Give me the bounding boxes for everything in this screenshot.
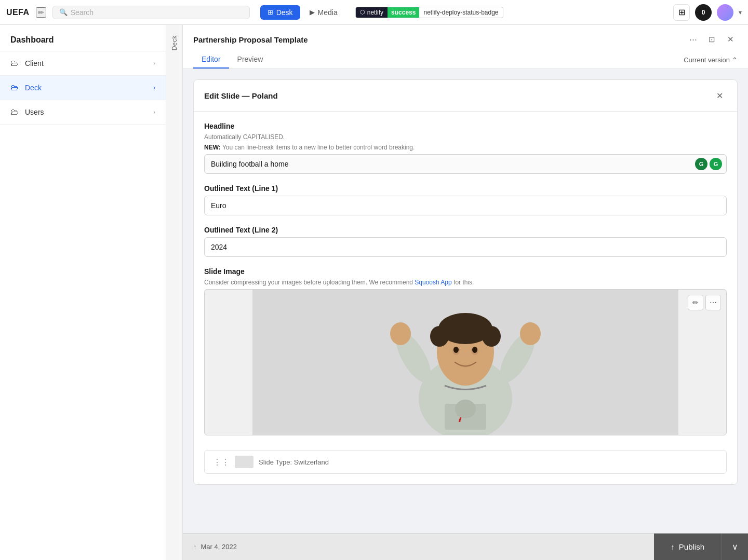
headline-hint2-text: You can line-break items to a new line t…: [221, 144, 415, 151]
svg-point-13: [453, 347, 459, 353]
outlined-line1-field-group: Outlined Text (Line 1): [204, 184, 727, 215]
outlined-line1-label: Outlined Text (Line 1): [204, 184, 727, 193]
sidebar-users-label: Users: [25, 108, 147, 116]
publish-chevron-icon: ∨: [732, 542, 738, 552]
content-header: Partnership Proposal Template ⋯ ⊡ ✕ Edit…: [183, 25, 748, 69]
image-hint-text: Consider compressing your images before …: [204, 279, 415, 286]
users-chevron-icon: ›: [153, 108, 155, 116]
slide-thumbnail: [235, 456, 253, 468]
netlify-logo-section: ⬡ netlify: [356, 7, 388, 18]
deck-side-panel: Deck: [166, 25, 183, 560]
publish-button[interactable]: ↑ Publish: [654, 534, 721, 561]
deck-side-label-text: Deck: [171, 35, 178, 50]
slide-image-label: Slide Image: [204, 267, 727, 276]
main-layout: Dashboard 🗁 Client › 🗁 Deck › 🗁 Users › …: [0, 25, 748, 560]
edit-icon[interactable]: ✏: [36, 7, 46, 18]
tab-desk[interactable]: ⊞ Desk: [260, 5, 300, 20]
svg-point-10: [520, 322, 541, 345]
search-placeholder: Search: [71, 8, 94, 17]
tab-preview-label: Preview: [237, 55, 263, 63]
content-area: Partnership Proposal Template ⋯ ⊡ ✕ Edit…: [183, 25, 748, 560]
outlined-line1-input[interactable]: [204, 196, 727, 215]
search-icon: 🔍: [59, 8, 68, 16]
tab-editor-label: Editor: [202, 55, 221, 63]
content-header-top: Partnership Proposal Template ⋯ ⊡ ✕: [193, 25, 738, 47]
player-image: 7: [205, 290, 726, 435]
content-scroll: Edit Slide — Poland ✕ Headline Automatic…: [183, 69, 748, 533]
sidebar: Dashboard 🗁 Client › 🗁 Deck › 🗁 Users ›: [0, 25, 166, 560]
tab-media[interactable]: ▶ Media: [302, 5, 345, 20]
edit-slide-title: Edit Slide — Poland: [204, 91, 278, 100]
headline-hint2: NEW: You can line-break items to a new l…: [204, 144, 727, 151]
slide-image-field-group: Slide Image Consider compressing your im…: [204, 267, 727, 435]
close-icon[interactable]: ✕: [723, 32, 738, 47]
header-icons: ⋯ ⊡ ✕: [686, 32, 738, 47]
layout-icon[interactable]: ⊡: [704, 32, 719, 47]
deck-chevron-icon: ›: [153, 84, 155, 91]
svg-point-14: [472, 347, 477, 353]
page-title: Partnership Proposal Template: [193, 35, 679, 44]
grammarly-icon-2[interactable]: G: [710, 158, 722, 170]
publish-date-icon: ↑: [193, 543, 197, 551]
sidebar-item-client[interactable]: 🗁 Client ›: [0, 51, 166, 76]
svg-point-5: [430, 326, 449, 347]
desk-icon: ⊞: [268, 8, 273, 16]
headline-hint2-prefix: NEW:: [204, 144, 221, 151]
content-tabs: Editor Preview Current version ⌃: [193, 47, 738, 69]
publish-chevron-button[interactable]: ∨: [721, 534, 748, 561]
tab-desk-label: Desk: [276, 8, 293, 17]
headline-field-group: Headline Automatically CAPITALISED. NEW:…: [204, 122, 727, 174]
image-edit-button[interactable]: ✏: [688, 295, 703, 310]
slide-image-container: ✏ ⋯: [204, 289, 727, 435]
publish-date-text: Mar 4, 2022: [201, 543, 237, 551]
tab-preview[interactable]: Preview: [229, 51, 272, 69]
slide-image-hint: Consider compressing your images before …: [204, 279, 727, 286]
tab-editor[interactable]: Editor: [193, 51, 229, 69]
sidebar-item-users[interactable]: 🗁 Users ›: [0, 100, 166, 125]
svg-point-6: [482, 326, 501, 347]
publish-bar: ↑ Mar 4, 2022 ↑ Publish ∨: [183, 533, 748, 560]
app-logo: UEFA: [6, 8, 30, 17]
search-bar[interactable]: 🔍 Search: [52, 6, 250, 19]
sidebar-client-label: Client: [25, 59, 147, 67]
grammarly-icons: G G: [695, 158, 722, 170]
netlify-badge-text: netlify-deploy-status-badge: [419, 7, 502, 18]
image-action-buttons: ✏ ⋯: [688, 295, 721, 310]
user-avatar[interactable]: [717, 4, 733, 21]
publish-date-section: ↑ Mar 4, 2022: [183, 543, 654, 551]
outlined-line2-field-group: Outlined Text (Line 2): [204, 226, 727, 257]
more-options-icon[interactable]: ⋯: [686, 32, 700, 47]
client-chevron-icon: ›: [153, 60, 155, 67]
media-icon: ▶: [310, 8, 315, 16]
drag-handle-icon[interactable]: ⋮⋮: [213, 457, 230, 467]
tab-media-label: Media: [318, 8, 338, 17]
headline-hint1: Automatically CAPITALISED.: [204, 133, 727, 141]
grammarly-icon-1[interactable]: G: [695, 158, 707, 170]
apps-icon[interactable]: ⊞: [673, 4, 690, 21]
notification-badge[interactable]: 0: [695, 4, 712, 21]
edit-slide-close-button[interactable]: ✕: [712, 88, 727, 103]
outlined-line2-label: Outlined Text (Line 2): [204, 226, 727, 234]
headline-input[interactable]: [205, 155, 726, 173]
publish-label: Publish: [679, 542, 704, 551]
version-text: Current version: [684, 56, 730, 64]
slide-type-bar: ⋮⋮ Slide Type: Switzerland: [204, 450, 727, 474]
version-selector[interactable]: Current version ⌃: [684, 51, 738, 69]
squoosh-link[interactable]: Squoosh App: [415, 279, 451, 286]
outlined-line2-input[interactable]: [204, 237, 727, 257]
headline-input-wrapper: G G: [204, 154, 727, 174]
user-chevron-icon[interactable]: ▾: [739, 9, 742, 16]
nav-tabs: ⊞ Desk ▶ Media: [260, 5, 345, 20]
image-more-button[interactable]: ⋯: [705, 295, 721, 310]
sidebar-title: Dashboard: [0, 25, 166, 51]
sidebar-deck-label: Deck: [25, 84, 147, 92]
top-navigation: UEFA ✏ 🔍 Search ⊞ Desk ▶ Media ⬡ netlify…: [0, 0, 748, 25]
slide-type-text: Slide Type: Switzerland: [259, 458, 329, 466]
version-chevron-icon: ⌃: [732, 56, 738, 64]
netlify-badge[interactable]: ⬡ netlify success netlify-deploy-status-…: [355, 7, 503, 18]
edit-slide-header: Edit Slide — Poland ✕: [194, 80, 737, 112]
svg-point-16: [455, 400, 476, 418]
netlify-status: success: [388, 7, 419, 18]
edit-slide-body: Headline Automatically CAPITALISED. NEW:…: [194, 112, 737, 484]
sidebar-item-deck[interactable]: 🗁 Deck ›: [0, 76, 166, 100]
